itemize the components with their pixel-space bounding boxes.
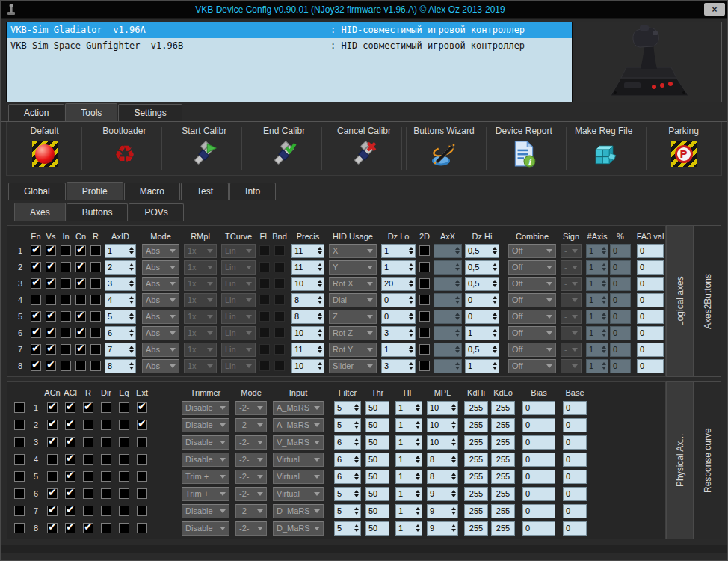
physical-r2-base[interactable]: 0: [563, 418, 587, 432]
physical-r5-kdlo[interactable]: 255: [491, 470, 515, 484]
cancel-calibr-button[interactable]: Cancel Calibr: [328, 123, 401, 174]
subtab-buttons[interactable]: Buttons: [67, 203, 129, 221]
physical-r8-mode[interactable]: -2-: [235, 521, 267, 536]
physical-r4-hf[interactable]: 1: [395, 453, 422, 467]
physical-r4-acl[interactable]: [65, 454, 75, 465]
logical-r4-mode[interactable]: Abs: [142, 293, 179, 307]
physical-r8-acn[interactable]: [47, 523, 58, 533]
physical-r4-acn[interactable]: [47, 454, 58, 465]
logical-r8-d2[interactable]: [419, 361, 430, 371]
physical-r5-kdhi[interactable]: 255: [464, 470, 488, 484]
physical-r7-hf[interactable]: 1: [395, 504, 422, 518]
logical-r7-r[interactable]: [90, 344, 101, 355]
tab-info[interactable]: Info: [229, 183, 276, 200]
logical-r6-in[interactable]: [61, 328, 71, 338]
logical-r6-precis[interactable]: 10: [291, 326, 324, 340]
logical-r1-combine[interactable]: Off: [508, 244, 556, 258]
logical-r4-vs[interactable]: [46, 295, 56, 305]
logical-r3-dzlo[interactable]: 20: [381, 277, 416, 291]
physical-r1-acn[interactable]: [47, 402, 58, 413]
physical-r2-bias[interactable]: 0: [522, 418, 555, 432]
physical-r5-filter[interactable]: 6: [334, 470, 361, 484]
physical-r3-acl[interactable]: [65, 437, 75, 447]
logical-r3-axid[interactable]: 3: [105, 277, 136, 291]
physical-r6-acn[interactable]: [47, 488, 58, 499]
physical-r4-base[interactable]: 0: [563, 453, 587, 467]
logical-r2-fa3[interactable]: 0: [637, 260, 664, 275]
logical-r1-dzlo[interactable]: 1: [381, 244, 416, 258]
physical-r3-sel[interactable]: [14, 437, 25, 447]
logical-r3-combine[interactable]: Off: [508, 277, 556, 291]
logical-r7-fa3[interactable]: 0: [637, 343, 664, 357]
physical-r6-filter[interactable]: 5: [334, 487, 361, 501]
physical-r1-thr[interactable]: 50: [365, 401, 389, 415]
physical-r4-ext[interactable]: [137, 454, 147, 465]
physical-r7-r[interactable]: [83, 506, 93, 516]
logical-r4-dzhi[interactable]: 0: [465, 293, 499, 307]
physical-r8-eq[interactable]: [119, 523, 129, 533]
physical-r8-dir[interactable]: [101, 523, 111, 533]
logical-r4-axid[interactable]: 4: [105, 293, 136, 307]
physical-r2-acl[interactable]: [65, 420, 75, 430]
physical-r4-mode[interactable]: -2-: [235, 453, 267, 467]
physical-r3-kdhi[interactable]: 255: [464, 435, 488, 450]
logical-r8-fa3[interactable]: 0: [637, 359, 664, 373]
physical-r7-base[interactable]: 0: [563, 504, 587, 518]
physical-r4-input[interactable]: Virtual: [273, 453, 324, 467]
physical-r5-acl[interactable]: [65, 471, 75, 482]
physical-r1-eq[interactable]: [119, 402, 129, 413]
physical-r7-dir[interactable]: [101, 506, 111, 516]
logical-r3-mode[interactable]: Abs: [142, 277, 179, 291]
physical-r1-filter[interactable]: 5: [334, 401, 361, 415]
logical-r4-d2[interactable]: [419, 295, 430, 305]
physical-r5-mode[interactable]: -2-: [235, 470, 267, 484]
physical-r1-sel[interactable]: [14, 402, 25, 413]
logical-r7-dzlo[interactable]: 1: [381, 343, 416, 357]
physical-r2-mpl[interactable]: 10: [427, 418, 458, 432]
physical-r3-ext[interactable]: [137, 437, 147, 447]
logical-r4-cn[interactable]: [75, 295, 86, 305]
physical-r6-dir[interactable]: [101, 488, 111, 499]
logical-r6-combine[interactable]: Off: [508, 326, 556, 340]
physical-r2-trimmer[interactable]: Disable: [182, 418, 229, 432]
logical-r8-mode[interactable]: Abs: [142, 359, 179, 373]
logical-r1-d2[interactable]: [419, 245, 430, 256]
logical-r4-dzlo[interactable]: 0: [381, 293, 416, 307]
physical-r6-eq[interactable]: [119, 488, 129, 499]
physical-r2-sel[interactable]: [14, 420, 25, 430]
physical-r8-input[interactable]: D_MaRS: [273, 521, 324, 536]
logical-r6-cn[interactable]: [75, 328, 86, 338]
physical-r2-thr[interactable]: 50: [365, 418, 389, 432]
logical-r2-en[interactable]: [31, 262, 41, 272]
logical-r6-mode[interactable]: Abs: [142, 326, 179, 340]
physical-r2-r[interactable]: [83, 420, 93, 430]
physical-r3-r[interactable]: [83, 437, 93, 447]
physical-r6-ext[interactable]: [137, 488, 147, 499]
physical-r2-mode[interactable]: -2-: [235, 418, 267, 432]
logical-r6-hid[interactable]: Rot Z: [329, 326, 377, 340]
logical-r5-r[interactable]: [90, 311, 101, 322]
logical-r3-d2[interactable]: [419, 278, 430, 289]
physical-r7-kdhi[interactable]: 255: [464, 504, 488, 518]
physical-r7-acl[interactable]: [65, 506, 75, 516]
physical-r6-sel[interactable]: [14, 488, 25, 499]
logical-r6-r[interactable]: [90, 328, 101, 338]
logical-r5-combine[interactable]: Off: [508, 310, 556, 324]
physical-r6-mode[interactable]: -2-: [235, 487, 267, 501]
physical-r5-bias[interactable]: 0: [522, 470, 555, 484]
physical-r6-hf[interactable]: 1: [395, 487, 422, 501]
physical-r4-kdhi[interactable]: 255: [464, 453, 488, 467]
logical-r8-in[interactable]: [61, 361, 71, 371]
physical-r1-kdhi[interactable]: 255: [464, 401, 488, 415]
physical-r8-filter[interactable]: 5: [334, 521, 361, 536]
physical-r4-filter[interactable]: 6: [334, 453, 361, 467]
bootloader-button[interactable]: Bootloader♻: [88, 123, 161, 174]
physical-r5-hf[interactable]: 1: [395, 470, 422, 484]
logical-r6-vs[interactable]: [46, 328, 56, 338]
physical-r2-ext[interactable]: [137, 420, 147, 430]
logical-r2-precis[interactable]: 11: [291, 260, 324, 275]
physical-r8-ext[interactable]: [137, 523, 147, 533]
logical-r2-hid[interactable]: Y: [329, 260, 377, 275]
logical-r3-fa3[interactable]: 0: [637, 277, 664, 291]
subtab-axes[interactable]: Axes: [14, 203, 66, 221]
